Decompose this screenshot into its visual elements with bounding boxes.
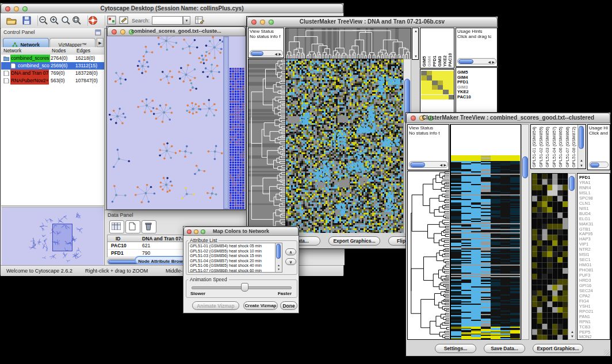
delete-attribute-button[interactable] [141, 220, 156, 233]
create-vizmap-button[interactable]: Create Vizmap [243, 301, 278, 310]
gene-label[interactable]: YRA1 [579, 180, 591, 185]
treeview1-row-dendrogram[interactable] [248, 59, 286, 235]
annotation-icon[interactable] [119, 16, 128, 25]
network-row[interactable]: combined_sco2569(6)13112(15) [1, 62, 104, 70]
zoom-out-icon[interactable] [39, 16, 48, 25]
matrix-cell[interactable] [443, 85, 449, 90]
zoom-in-icon[interactable] [49, 16, 59, 25]
col-network[interactable]: Network [3, 48, 21, 53]
treeview2-row-dendrogram[interactable] [408, 171, 449, 339]
dialog-titlebar[interactable]: Map Colors to Network [183, 227, 299, 236]
attribute-list-item[interactable]: GPL51-02 (GSM855) heat shock 10 min [190, 249, 262, 253]
move-up-button[interactable]: ∧ [285, 248, 296, 255]
matrix-cell[interactable] [421, 90, 427, 94]
overview-selection-rect[interactable] [52, 224, 72, 251]
gene-label[interactable]: NIS1 [579, 206, 589, 211]
matrix-cell[interactable] [421, 95, 427, 99]
matrix-cell[interactable] [443, 95, 449, 99]
gene-label[interactable]: PFD1 [579, 175, 590, 180]
attribute-list[interactable]: ▲▼ GPL51-01 (GSM854) heat shock 05 minGP… [188, 243, 282, 273]
matrix-cell[interactable] [449, 95, 454, 99]
gene-label[interactable]: SEC24 [579, 288, 593, 293]
panel-toggle-icon[interactable] [107, 16, 116, 25]
float-panel-icon[interactable] [95, 29, 101, 36]
gene-label[interactable]: KAP95 [579, 231, 592, 236]
move-down-button[interactable]: ∨ [285, 258, 296, 265]
treeview2-zoom-heatmap[interactable] [531, 173, 568, 341]
help-lifering-icon[interactable] [88, 16, 98, 25]
gene-label[interactable]: TCB3 [579, 324, 590, 329]
matrix-cell[interactable] [421, 75, 427, 80]
gene-label[interactable]: PEP5 [579, 329, 590, 335]
table-edit-icon[interactable] [195, 16, 205, 25]
network-window-titlebar[interactable]: combined_scores_good.txt--cluste... [107, 26, 246, 36]
gene-label[interactable]: CPA2 [579, 293, 590, 298]
attribute-list-item[interactable]: GPL51-01 (GSM854) heat shock 05 min [190, 244, 262, 248]
resize-grip[interactable] [604, 350, 610, 355]
matrix-cell[interactable] [432, 90, 438, 94]
done-button[interactable]: Done [280, 301, 297, 310]
matrix-cell[interactable] [449, 90, 454, 94]
network-overview-panel[interactable] [2, 206, 104, 266]
matrix-cell[interactable] [427, 75, 433, 80]
treeview1-titlebar[interactable]: ClusterMaker TreeView : DNA and Tran 07-… [247, 17, 498, 27]
treeview2-gene-list[interactable]: PFD1YRA1RNR4MSL1SPC98CLN1NIS1BUD4ELG1MAK… [577, 173, 610, 340]
column-labels-vscrollbar[interactable]: ▲▼ [577, 125, 586, 168]
treeview2-export-graphics-button[interactable]: Export Graphics... [533, 344, 583, 353]
animate-vizmap-button[interactable]: Animate Vizmap [192, 301, 239, 310]
gene-label[interactable]: MON2 [579, 334, 592, 339]
gene-label[interactable]: BUD4 [579, 211, 591, 216]
matrix-cell[interactable] [438, 81, 443, 85]
matrix-cell[interactable] [432, 71, 438, 75]
gene-label[interactable]: GPI16 [579, 283, 591, 288]
matrix-cell[interactable] [432, 81, 438, 85]
search-dropdown-button[interactable]: ▼ [183, 16, 190, 25]
gene-label[interactable]: SEC1 [579, 257, 591, 262]
treeview2-heatmap[interactable] [451, 155, 520, 340]
matrix-cell[interactable] [438, 95, 443, 99]
matrix-cell[interactable] [438, 90, 443, 94]
zoom-selected-icon[interactable] [72, 16, 82, 25]
zoom-fit-icon[interactable] [61, 16, 71, 25]
treeview1-similarity-matrix[interactable] [421, 71, 454, 99]
col-nodes[interactable]: Nodes [52, 48, 66, 53]
matrix-cell[interactable] [449, 71, 454, 75]
gene-label[interactable]: RPN1 [579, 319, 591, 324]
gene-label[interactable]: GTB1 [579, 227, 591, 232]
gene-label[interactable]: HRD3 [579, 278, 591, 283]
gene-label[interactable]: PUF3 [579, 273, 590, 278]
matrix-cell[interactable] [421, 81, 427, 85]
view-status-hscrollbar[interactable]: ◀▶ [409, 161, 448, 168]
gene-label[interactable]: MSL1 [579, 190, 591, 196]
network-row[interactable]: combined_scores2764(0)16218(0) [1, 55, 104, 62]
col-edges[interactable]: Edges [76, 48, 90, 53]
network-canvas[interactable] [107, 36, 246, 209]
network-row[interactable]: DNA and Tran 07769(0)183728(0) [1, 70, 104, 77]
gene-label[interactable]: HAP3 [579, 236, 591, 242]
treeview1-dendro-scroll-strip[interactable]: ▲▼ [412, 28, 419, 60]
matrix-cell[interactable] [421, 71, 427, 75]
matrix-cell[interactable] [443, 81, 449, 85]
treeview2-column-labels[interactable]: ▲▼ GPL51-01 (GSM854)GPL51-02 (GSM855)GPL… [530, 124, 586, 169]
matrix-cell[interactable] [438, 85, 443, 90]
matrix-cell[interactable] [449, 85, 454, 90]
treeview2-titlebar[interactable]: ClusterMaker TreeView : combined_scores_… [406, 113, 610, 123]
matrix-cell[interactable] [427, 85, 433, 90]
gene-label[interactable]: FIG4 [579, 298, 589, 304]
treeview1-column-labels[interactable]: GIM5GIM4PFD1GIM3YKE2PAC10 [420, 28, 454, 68]
matrix-cell[interactable] [438, 71, 443, 75]
gene-label[interactable]: NTR2 [579, 247, 591, 252]
matrix-cell[interactable] [427, 95, 433, 99]
tab-network[interactable]: Network [3, 38, 49, 47]
attribute-list-item[interactable]: GPL51-04 (GSM857) heat shock 20 min [190, 259, 262, 263]
new-attribute-button[interactable] [125, 220, 140, 233]
main-titlebar[interactable]: Cytoscape Desktop (Session Name: collins… [1, 3, 343, 13]
tab-overflow-button[interactable]: ▶ [97, 38, 104, 47]
matrix-cell[interactable] [443, 90, 449, 94]
attribute-list-vscrollbar[interactable]: ▲▼ [275, 243, 282, 272]
gene-label[interactable]: RPO21 [579, 309, 594, 314]
open-file-icon[interactable] [6, 16, 17, 25]
treeview1-column-dendrogram[interactable] [285, 28, 411, 60]
matrix-cell[interactable] [421, 85, 427, 90]
save-icon[interactable] [22, 16, 31, 25]
